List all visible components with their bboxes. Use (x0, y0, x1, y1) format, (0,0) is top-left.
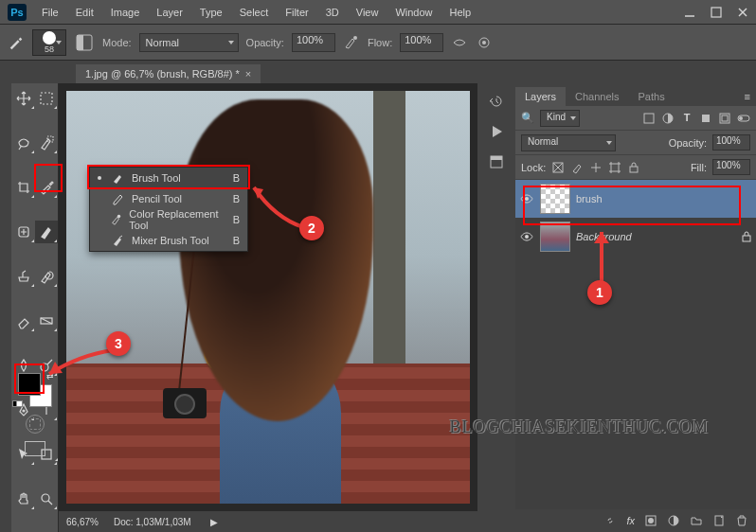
screen-mode-icon[interactable] (25, 441, 45, 456)
tab-channels[interactable]: Channels (566, 87, 628, 106)
tool-preset-icon[interactable] (8, 34, 25, 51)
collapse-strip[interactable] (0, 83, 11, 532)
window-maximize[interactable] (703, 3, 729, 22)
menu-layer[interactable]: Layer (149, 3, 190, 22)
visibility-icon[interactable] (519, 191, 534, 206)
properties-panel-icon[interactable] (488, 153, 505, 170)
fx-icon[interactable]: fx (626, 515, 635, 526)
trash-icon[interactable] (735, 514, 748, 527)
layer-filter-select[interactable]: Kind (540, 110, 580, 127)
link-layers-icon[interactable] (603, 514, 617, 527)
mask-icon[interactable] (644, 514, 657, 527)
eyedropper-tool[interactable] (35, 176, 58, 199)
layer-opacity-input[interactable]: 100% (712, 134, 750, 151)
filter-toggle-icon[interactable] (737, 112, 750, 125)
pressure-opacity-icon[interactable] (343, 34, 360, 51)
pressure-size-icon[interactable] (476, 34, 493, 51)
menu-select[interactable]: Select (232, 3, 277, 22)
menu-file[interactable]: File (34, 3, 66, 22)
tab-layers[interactable]: Layers (515, 87, 566, 106)
menu-type[interactable]: Type (192, 3, 230, 22)
flow-input[interactable]: 100% (400, 33, 443, 52)
menu-image[interactable]: Image (103, 3, 148, 22)
play-icon[interactable] (488, 123, 505, 140)
clone-stamp-tool[interactable] (12, 265, 35, 288)
menu-edit[interactable]: Edit (68, 3, 101, 22)
group-icon[interactable] (690, 514, 703, 527)
flyout-label: Pencil Tool (132, 193, 182, 204)
swap-colors-icon[interactable]: ⇄ (46, 371, 54, 381)
lasso-tool[interactable] (12, 132, 35, 154)
history-panel-icon[interactable] (488, 93, 505, 110)
document-canvas[interactable] (66, 91, 470, 504)
new-layer-icon[interactable] (712, 514, 726, 527)
layer-blend-select[interactable]: Normal (521, 134, 616, 151)
lock-all-icon[interactable] (627, 161, 640, 174)
opacity-label: Opacity: (246, 37, 284, 48)
menu-3d[interactable]: 3D (318, 3, 347, 22)
layer-thumb[interactable] (540, 184, 570, 214)
menu-bar: Ps File Edit Image Layer Type Select Fil… (0, 0, 756, 25)
adjustment-icon[interactable] (667, 514, 680, 527)
layer-row-brush[interactable]: brush (515, 180, 756, 218)
layer-thumb[interactable] (540, 222, 570, 252)
panel-menu-icon[interactable]: ≡ (739, 87, 756, 106)
tab-paths[interactable]: Paths (629, 87, 675, 106)
zoom-readout[interactable]: 66,67% (66, 517, 99, 527)
eraser-tool[interactable] (12, 310, 35, 332)
foreground-color-swatch[interactable] (18, 373, 41, 396)
menu-window[interactable]: Window (387, 3, 440, 22)
lock-artboard-icon[interactable] (608, 161, 621, 174)
lock-transparent-icon[interactable] (551, 161, 565, 174)
filter-type-icon[interactable]: T (680, 112, 693, 125)
window-close[interactable] (729, 3, 756, 22)
lock-icon (741, 231, 752, 242)
fill-input[interactable]: 100% (712, 159, 750, 175)
menu-filter[interactable]: Filter (278, 3, 315, 22)
flyout-brush-tool[interactable]: Brush Tool B (90, 168, 247, 188)
svg-rect-21 (702, 115, 710, 122)
flyout-pencil-tool[interactable]: Pencil Tool B (90, 188, 247, 209)
zoom-tool[interactable] (35, 488, 58, 510)
filter-pixel-icon[interactable] (642, 112, 656, 125)
healing-brush-tool[interactable] (12, 221, 35, 243)
svg-rect-27 (611, 164, 619, 171)
layer-name[interactable]: brush (576, 193, 603, 204)
lock-position-icon[interactable] (589, 161, 603, 174)
status-menu-arrow[interactable]: ▶ (210, 517, 218, 527)
opacity-input[interactable]: 100% (292, 33, 335, 52)
filter-search-icon[interactable]: 🔍 (521, 112, 534, 124)
blend-mode-select[interactable]: Normal (139, 33, 239, 52)
gradient-tool[interactable] (35, 310, 58, 332)
watermark: BLOGCHIASEKIENTHUC.COM (450, 417, 710, 437)
quick-select-tool[interactable] (35, 132, 58, 154)
filter-shape-icon[interactable] (699, 112, 712, 125)
move-tool[interactable] (12, 87, 35, 110)
menu-view[interactable]: View (349, 3, 387, 22)
filter-smart-icon[interactable] (718, 112, 731, 125)
quick-mask-icon[interactable] (26, 415, 45, 434)
layer-name[interactable]: Background (576, 231, 632, 242)
flyout-color-replace-tool[interactable]: Color Replacement Tool B (90, 209, 247, 230)
visibility-icon[interactable] (519, 229, 534, 244)
svg-rect-18 (491, 156, 502, 160)
lock-pixels-icon[interactable] (570, 161, 584, 174)
default-colors-icon[interactable] (12, 398, 23, 409)
airbrush-icon[interactable] (451, 34, 468, 51)
svg-point-6 (353, 36, 357, 40)
document-tab[interactable]: 1.jpg @ 66,7% (brush, RGB/8#) * × (76, 64, 261, 83)
brush-panel-toggle-icon[interactable] (74, 32, 95, 53)
marquee-tool[interactable] (35, 87, 58, 110)
filter-adjust-icon[interactable] (661, 112, 675, 125)
tool-panel (11, 83, 59, 532)
history-brush-tool[interactable] (35, 265, 58, 288)
menu-help[interactable]: Help (442, 3, 479, 22)
layer-row-background[interactable]: Background (515, 218, 756, 256)
close-tab-icon[interactable]: × (245, 68, 251, 80)
hand-tool[interactable] (12, 488, 35, 510)
brush-preset-picker[interactable]: 58 (32, 29, 66, 56)
brush-tool[interactable] (35, 221, 58, 243)
window-minimize[interactable] (676, 3, 703, 22)
flyout-mixer-brush-tool[interactable]: Mixer Brush Tool B (90, 230, 247, 251)
crop-tool[interactable] (12, 176, 35, 199)
